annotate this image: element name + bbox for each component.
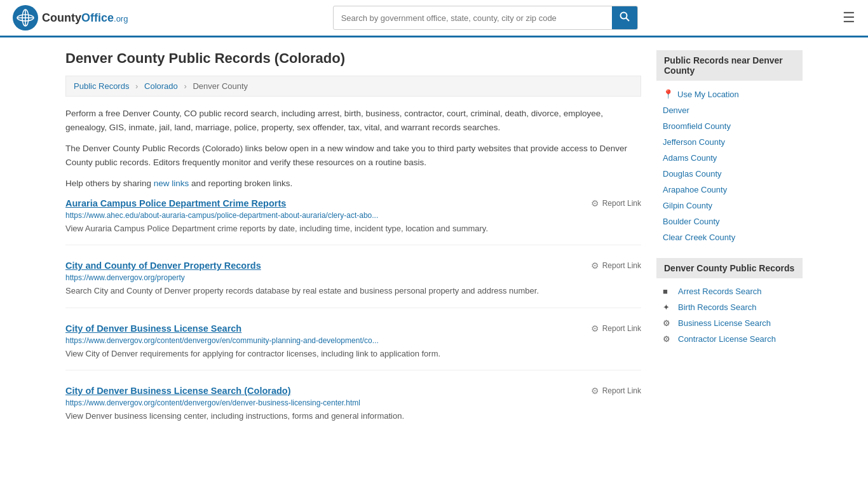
description-3: Help others by sharing new links and rep… — [65, 177, 641, 191]
report-icon-3: ⚙ — [591, 386, 599, 396]
search-bar — [333, 6, 638, 30]
record-link-2[interactable]: Business License Search — [678, 318, 771, 328]
record-icon-2: ⚙ — [663, 318, 673, 328]
report-link-2[interactable]: ⚙ Report Link — [591, 323, 641, 334]
sidebar: Public Records near Denver County 📍 Use … — [656, 50, 803, 448]
nearby-item-1: Broomfield County — [656, 118, 803, 134]
result-title-0[interactable]: Auraria Campus Police Department Crime R… — [65, 198, 286, 208]
breadcrumb-public-records[interactable]: Public Records — [74, 81, 129, 91]
nearby-items: DenverBroomfield CountyJefferson CountyA… — [656, 102, 803, 245]
result-header: City of Denver Business License Search (… — [65, 386, 641, 396]
result-item: City of Denver Business License Search ⚙… — [65, 323, 641, 371]
records-section: Denver County Public Records ■ Arrest Re… — [656, 258, 803, 347]
result-desc-1: Search City and County of Denver propert… — [65, 285, 641, 297]
report-icon-0: ⚙ — [591, 198, 599, 208]
report-icon-1: ⚙ — [591, 261, 599, 271]
breadcrumb-sep-1: › — [135, 81, 138, 91]
nearby-link-0[interactable]: Denver — [663, 105, 689, 115]
report-link-label-3: Report Link — [602, 386, 641, 395]
page-title: Denver County Public Records (Colorado) — [65, 50, 641, 67]
record-item-2: ⚙ Business License Search — [656, 315, 803, 331]
report-link-label-0: Report Link — [602, 199, 641, 208]
use-location-link[interactable]: Use My Location — [677, 90, 739, 99]
result-title-3[interactable]: City of Denver Business License Search (… — [65, 386, 291, 396]
nearby-link-3[interactable]: Adams County — [663, 153, 717, 163]
site-header: CountyOffice.org ☰ — [0, 0, 868, 37]
record-icon-3: ⚙ — [663, 334, 673, 344]
report-link-3[interactable]: ⚙ Report Link — [591, 386, 641, 396]
nearby-section: Public Records near Denver County 📍 Use … — [656, 50, 803, 245]
description-2: The Denver County Public Records (Colora… — [65, 142, 641, 169]
nearby-item-5: Arapahoe County — [656, 182, 803, 198]
record-item-1: ✦ Birth Records Search — [656, 299, 803, 315]
nearby-item-0: Denver — [656, 102, 803, 118]
report-icon-2: ⚙ — [591, 323, 599, 334]
result-item: Auraria Campus Police Department Crime R… — [65, 198, 641, 246]
use-my-location[interactable]: 📍 Use My Location — [656, 86, 803, 102]
result-item: City and County of Denver Property Recor… — [65, 261, 641, 308]
logo-icon — [13, 5, 38, 30]
result-item: City of Denver Business License Search (… — [65, 386, 641, 433]
nearby-link-4[interactable]: Douglas County — [663, 169, 722, 179]
nearby-item-4: Douglas County — [656, 166, 803, 182]
nearby-item-7: Boulder County — [656, 214, 803, 229]
description-1: Perform a free Denver County, CO public … — [65, 107, 641, 134]
search-button[interactable] — [612, 6, 637, 29]
nearby-link-2[interactable]: Jefferson County — [663, 137, 725, 147]
report-link-label-1: Report Link — [602, 261, 641, 270]
result-desc-2: View City of Denver requirements for app… — [65, 348, 641, 360]
logo-area: CountyOffice.org — [13, 5, 128, 30]
record-icon-0: ■ — [663, 287, 673, 296]
report-link-1[interactable]: ⚙ Report Link — [591, 261, 641, 271]
page-container: Denver County Public Records (Colorado) … — [53, 37, 815, 461]
nearby-link-7[interactable]: Boulder County — [663, 217, 720, 226]
nearby-item-6: Gilpin County — [656, 198, 803, 214]
main-content: Denver County Public Records (Colorado) … — [65, 50, 641, 448]
record-link-0[interactable]: Arrest Records Search — [678, 287, 762, 296]
record-icon-1: ✦ — [663, 302, 673, 312]
result-desc-3: View Denver business licensing center, i… — [65, 410, 641, 423]
result-title-1[interactable]: City and County of Denver Property Recor… — [65, 261, 261, 271]
record-link-3[interactable]: Contractor License Search — [678, 334, 776, 344]
results-list: Auraria Campus Police Department Crime R… — [65, 198, 641, 433]
records-header: Denver County Public Records — [656, 258, 803, 278]
svg-line-6 — [626, 18, 629, 22]
result-desc-0: View Auraria Campus Police Department cr… — [65, 222, 641, 235]
result-url-3[interactable]: https://www.denvergov.org/content/denver… — [65, 398, 641, 407]
breadcrumb: Public Records › Colorado › Denver Count… — [65, 76, 641, 97]
report-link-label-2: Report Link — [602, 324, 641, 333]
nearby-item-8: Clear Creek County — [656, 229, 803, 245]
menu-icon[interactable]: ☰ — [843, 10, 855, 26]
record-items: ■ Arrest Records Search ✦ Birth Records … — [656, 283, 803, 347]
result-url-0[interactable]: https://www.ahec.edu/about-auraria-campu… — [65, 211, 641, 220]
desc3-prefix: Help others by sharing — [65, 179, 154, 188]
record-item-3: ⚙ Contractor License Search — [656, 331, 803, 347]
result-header: City and County of Denver Property Recor… — [65, 261, 641, 271]
result-url-2[interactable]: https://www.denvergov.org/content/denver… — [65, 336, 641, 345]
report-link-0[interactable]: ⚙ Report Link — [591, 198, 641, 208]
nearby-link-1[interactable]: Broomfield County — [663, 121, 731, 131]
result-title-2[interactable]: City of Denver Business License Search — [65, 323, 241, 334]
nearby-header: Public Records near Denver County — [656, 50, 803, 81]
desc3-suffix: and reporting broken links. — [189, 179, 292, 188]
breadcrumb-denver-county: Denver County — [193, 81, 248, 91]
svg-point-5 — [620, 13, 627, 19]
record-link-1[interactable]: Birth Records Search — [678, 302, 757, 312]
nearby-item-2: Jefferson County — [656, 134, 803, 150]
search-input[interactable] — [334, 8, 612, 28]
nearby-link-5[interactable]: Arapahoe County — [663, 185, 727, 194]
nearby-link-8[interactable]: Clear Creek County — [663, 233, 735, 242]
record-item-0: ■ Arrest Records Search — [656, 283, 803, 299]
logo-text: CountyOffice.org — [42, 11, 128, 25]
location-pin-icon: 📍 — [663, 89, 674, 99]
breadcrumb-colorado[interactable]: Colorado — [144, 81, 178, 91]
breadcrumb-sep-2: › — [184, 81, 186, 91]
nearby-link-6[interactable]: Gilpin County — [663, 201, 712, 210]
result-url-1[interactable]: https://www.denvergov.org/property — [65, 273, 641, 282]
nearby-item-3: Adams County — [656, 150, 803, 166]
new-links-link[interactable]: new links — [154, 179, 189, 188]
result-header: City of Denver Business License Search ⚙… — [65, 323, 641, 334]
result-header: Auraria Campus Police Department Crime R… — [65, 198, 641, 208]
